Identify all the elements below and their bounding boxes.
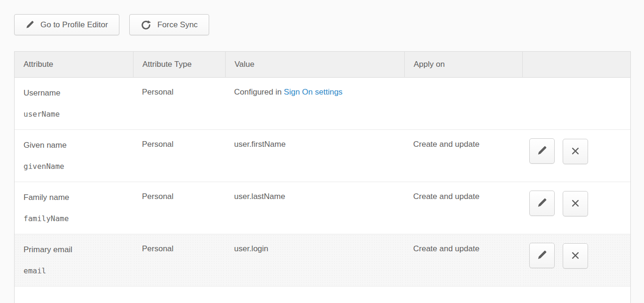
force-sync-button[interactable]: Force Sync [129, 14, 209, 35]
value-cell: user.login [225, 234, 404, 286]
column-header-attribute: Attribute [15, 52, 133, 78]
apply-on-cell: Create and update [404, 182, 522, 234]
actions-cell [522, 234, 630, 286]
go-to-profile-editor-label: Go to Profile Editor [40, 20, 108, 30]
attribute-type-cell: Personal [133, 78, 225, 129]
refresh-icon [141, 19, 151, 30]
actions-cell [522, 129, 630, 182]
attribute-mappings-table: Attribute Attribute Type Value Apply on … [14, 51, 631, 303]
pencil-icon [25, 20, 34, 29]
column-header-value: Value [225, 52, 404, 78]
column-header-actions [522, 52, 630, 78]
pencil-icon [537, 198, 547, 209]
apply-on-cell: Create and update [404, 129, 522, 182]
attribute-label: Family name [24, 192, 129, 203]
column-header-apply-on: Apply on [404, 52, 522, 78]
value-cell: Configured in Sign On settings [225, 78, 404, 129]
toolbar: Go to Profile Editor Force Sync [14, 14, 644, 35]
attribute-cell: Username userName [15, 78, 133, 129]
go-to-profile-editor-button[interactable]: Go to Profile Editor [14, 14, 119, 35]
value-cell: user.firstName [225, 129, 404, 182]
attribute-cell: Primary email email [15, 234, 133, 286]
attribute-label: Primary email [24, 244, 129, 255]
close-icon [571, 199, 580, 209]
attribute-variable-name: familyName [24, 214, 129, 224]
apply-on-cell [404, 78, 522, 129]
table-row-username: Username userName Personal Configured in… [15, 78, 630, 129]
actions-cell [522, 78, 630, 129]
value-cell: user.lastName [225, 182, 404, 234]
attribute-variable-name: givenName [24, 161, 129, 172]
table-header-row: Attribute Attribute Type Value Apply on [15, 52, 630, 78]
close-icon [571, 146, 580, 157]
column-header-attribute-type: Attribute Type [133, 52, 225, 78]
attribute-type-cell: Personal [133, 182, 225, 234]
attribute-label: Given name [24, 140, 129, 151]
pencil-icon [537, 250, 547, 262]
attribute-cell: Family name familyName [15, 182, 133, 234]
attribute-mappings-page: Go to Profile Editor Force Sync Attribut… [0, 0, 644, 303]
remove-attribute-button[interactable] [563, 243, 588, 269]
apply-on-cell: Create and update [404, 234, 522, 286]
attribute-type-cell: Personal [133, 129, 225, 182]
edit-attribute-button[interactable] [529, 138, 555, 164]
attribute-label: Username [24, 88, 129, 99]
table-row-given-name: Given name givenName Personal user.first… [15, 129, 630, 182]
value-prefix-text: Configured in [234, 88, 284, 96]
attribute-variable-name: email [24, 266, 129, 276]
table-row-primary-email: Primary email email Personal user.login … [15, 234, 630, 286]
pencil-icon [537, 145, 547, 157]
remove-attribute-button[interactable] [563, 139, 588, 164]
edit-attribute-button[interactable] [529, 243, 555, 268]
attribute-type-cell: Personal [133, 234, 225, 286]
sign-on-settings-link[interactable]: Sign On settings [284, 88, 343, 96]
attribute-variable-name: userName [24, 109, 129, 120]
force-sync-label: Force Sync [157, 20, 198, 30]
edit-attribute-button[interactable] [529, 191, 555, 216]
remove-attribute-button[interactable] [563, 191, 588, 216]
table-row-family-name: Family name familyName Personal user.las… [15, 182, 630, 234]
close-icon [571, 251, 580, 262]
actions-cell [522, 182, 630, 234]
table-row-partial [15, 286, 630, 303]
attribute-cell: Given name givenName [15, 129, 133, 182]
